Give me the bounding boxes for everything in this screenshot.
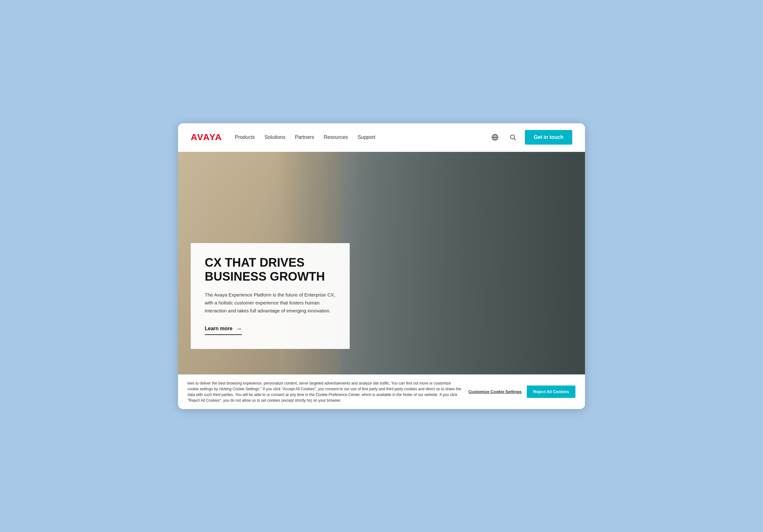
cookie-banner: kies to deliver the best browsing experi…	[178, 374, 585, 409]
browser-window: AVAYA Products Solutions Partners Resour…	[178, 123, 585, 409]
nav-item-support[interactable]: Support	[358, 135, 376, 140]
browser-frame: AVAYA Products Solutions Partners Resour…	[172, 117, 591, 415]
nav-item-resources[interactable]: Resources	[324, 135, 348, 140]
navbar-left: AVAYA Products Solutions Partners Resour…	[191, 132, 376, 142]
nav-link-resources[interactable]: Resources	[324, 135, 348, 140]
nav-item-partners[interactable]: Partners	[295, 135, 314, 140]
search-button[interactable]	[507, 132, 518, 143]
logo-text: AVAYA	[191, 132, 222, 142]
svg-point-3	[510, 135, 514, 139]
learn-more-label: Learn more	[205, 326, 232, 332]
nav-link-solutions[interactable]: Solutions	[265, 135, 285, 140]
hero-content-box: CX THAT DRIVES BUSINESS GROWTH The Avaya…	[191, 243, 350, 349]
nav-links: Products Solutions Partners Resources Su…	[235, 135, 376, 140]
nav-link-products[interactable]: Products	[235, 135, 255, 140]
get-in-touch-button[interactable]: Get in touch	[525, 130, 572, 145]
learn-more-link[interactable]: Learn more →	[205, 325, 242, 335]
logo[interactable]: AVAYA	[191, 132, 222, 142]
hero-title: CX THAT DRIVES BUSINESS GROWTH	[205, 256, 336, 283]
svg-line-4	[514, 139, 516, 140]
reject-all-cookies-button[interactable]: Reject All Cookies	[527, 385, 576, 398]
arrow-icon: →	[236, 325, 242, 332]
nav-link-partners[interactable]: Partners	[295, 135, 314, 140]
navbar: AVAYA Products Solutions Partners Resour…	[178, 123, 585, 152]
nav-item-products[interactable]: Products	[235, 135, 255, 140]
hero-section: CX THAT DRIVES BUSINESS GROWTH The Avaya…	[178, 152, 585, 374]
globe-button[interactable]	[489, 132, 501, 143]
nav-link-support[interactable]: Support	[358, 135, 376, 140]
cookie-actions: Customize Cookie Settings Reject All Coo…	[468, 385, 576, 398]
nav-item-solutions[interactable]: Solutions	[265, 135, 285, 140]
hero-description: The Avaya Experience Platform is the fut…	[205, 291, 336, 315]
navbar-right: Get in touch	[489, 130, 572, 145]
cookie-text: kies to deliver the best browsing experi…	[187, 380, 462, 403]
customize-cookie-settings-button[interactable]: Customize Cookie Settings	[468, 389, 522, 394]
